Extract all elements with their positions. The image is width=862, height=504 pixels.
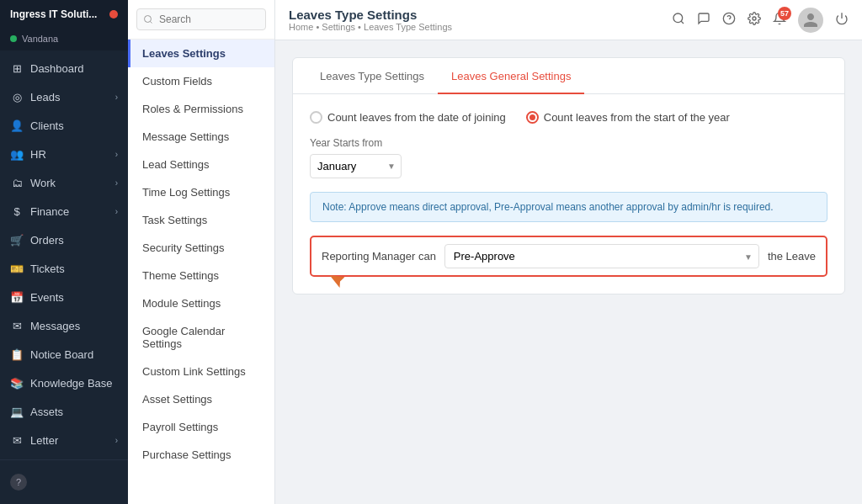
sidebar-item-notice-board[interactable]: 📋 Notice Board	[0, 340, 128, 369]
hr-chevron: ›	[115, 150, 118, 159]
tickets-icon: 🎫	[10, 262, 24, 275]
radio-label-start-year: Count leaves from the start of the year	[544, 111, 730, 124]
notification-count: 57	[778, 7, 791, 20]
cursor-arrow	[328, 269, 349, 294]
radio-btn-date-joining[interactable]	[310, 111, 322, 124]
radio-label-date-joining: Count leaves from the date of joining	[327, 111, 506, 124]
row-suffix: the Leave	[768, 250, 816, 263]
sidebar-nav: ⊞ Dashboard ◎ Leads › 👤 Clients 👥 HR ›	[0, 50, 128, 459]
sidebar-item-hr[interactable]: 👥 HR ›	[0, 140, 128, 168]
sidebar-item-leads[interactable]: ◎ Leads ›	[0, 82, 128, 111]
finance-chevron: ›	[115, 207, 118, 216]
settings-nav-purchase-settings[interactable]: Purchase Settings	[128, 441, 274, 469]
sidebar-help[interactable]: ?	[0, 467, 128, 497]
year-select-arrow: ▼	[382, 162, 401, 171]
help-icon: ?	[10, 474, 27, 491]
settings-nav-message-settings[interactable]: Message Settings	[128, 123, 274, 151]
pre-approve-select[interactable]: Approve Pre-Approve Deny	[444, 244, 759, 268]
sidebar-item-events[interactable]: 📅 Events	[0, 283, 128, 311]
settings-nav-security-settings[interactable]: Security Settings	[128, 234, 274, 262]
close-dot	[109, 10, 118, 19]
power-icon[interactable]	[835, 12, 849, 29]
row-label: Reporting Manager can	[322, 250, 436, 263]
year-select-container: January February March April ▼	[310, 154, 827, 178]
radio-btn-start-year[interactable]	[526, 111, 539, 124]
radio-option-start-year[interactable]: Count leaves from the start of the year	[526, 111, 730, 124]
work-chevron: ›	[115, 178, 118, 188]
sidebar-item-messages[interactable]: ✉ Messages	[0, 311, 128, 340]
content-area: Leaves Type Settings Leaves General Sett…	[275, 40, 862, 504]
leads-icon: ◎	[10, 90, 24, 103]
sidebar-item-work[interactable]: 🗂 Work ›	[0, 168, 128, 197]
sidebar-header: Ingress IT Soluti...	[0, 0, 128, 29]
sidebar-label-dashboard: Dashboard	[30, 62, 84, 75]
tab-leaves-general-settings[interactable]: Leaves General Settings	[438, 58, 584, 94]
notification-bell-icon[interactable]: 57	[773, 12, 786, 29]
sidebar-item-tickets[interactable]: 🎫 Tickets	[0, 254, 128, 283]
sidebar-item-letter[interactable]: ✉ Letter ›	[0, 426, 128, 454]
help-circle-icon[interactable]	[722, 12, 736, 29]
page-title: Leaves Type Settings	[289, 8, 452, 22]
settings-nav-google-calendar[interactable]: Google Calendar Settings	[128, 317, 274, 358]
settings-nav-leaves-settings[interactable]: Leaves Settings	[128, 40, 274, 67]
search-icon[interactable]	[672, 12, 685, 29]
settings-nav-items: Leaves Settings Custom Fields Roles & Pe…	[128, 40, 274, 504]
settings-gear-icon[interactable]	[748, 12, 761, 29]
chat-icon[interactable]	[697, 12, 710, 29]
sidebar-user: Vandana	[0, 29, 128, 50]
sidebar: Ingress IT Soluti... Vandana ⊞ Dashboard…	[0, 0, 128, 504]
radio-option-date-joining[interactable]: Count leaves from the date of joining	[310, 111, 506, 124]
settings-nav-theme-settings[interactable]: Theme Settings	[128, 262, 274, 289]
sidebar-item-finance[interactable]: $ Finance ›	[0, 197, 128, 225]
sidebar-label-clients: Clients	[30, 119, 64, 132]
sidebar-label-tickets: Tickets	[30, 263, 65, 275]
year-select-wrapper: January February March April ▼	[310, 154, 402, 178]
main-content: Leaves Type Settings Home • Settings • L…	[275, 0, 862, 504]
letter-icon: ✉	[10, 433, 24, 447]
breadcrumb: Home • Settings • Leaves Type Settings	[289, 22, 452, 32]
sidebar-label-notice-board: Notice Board	[30, 348, 93, 361]
app-name: Ingress IT Soluti...	[10, 8, 97, 20]
note-text: Note: Approve means direct approval, Pre…	[322, 201, 774, 213]
topbar: Leaves Type Settings Home • Settings • L…	[275, 0, 862, 40]
sidebar-label-finance: Finance	[30, 205, 69, 218]
settings-nav-task-settings[interactable]: Task Settings	[128, 206, 274, 234]
settings-nav-payroll-settings[interactable]: Payroll Settings	[128, 413, 274, 441]
sidebar-item-knowledge-base[interactable]: 📚 Knowledge Base	[0, 369, 128, 397]
sidebar-item-clients[interactable]: 👤 Clients	[0, 111, 128, 140]
leads-chevron: ›	[115, 93, 118, 102]
orders-icon: 🛒	[10, 233, 24, 247]
tab-leaves-type-settings[interactable]: Leaves Type Settings	[306, 58, 438, 94]
settings-nav-roles-permissions[interactable]: Roles & Permissions	[128, 95, 274, 123]
settings-nav-lead-settings[interactable]: Lead Settings	[128, 151, 274, 178]
settings-search-container	[128, 0, 274, 40]
avatar[interactable]	[798, 8, 823, 33]
messages-icon: ✉	[10, 319, 24, 332]
sidebar-label-letter: Letter	[30, 434, 58, 447]
settings-nav: Leaves Settings Custom Fields Roles & Pe…	[128, 0, 275, 504]
sidebar-item-assets[interactable]: 💻 Assets	[0, 397, 128, 426]
reporting-manager-row: Reporting Manager can Approve Pre-Approv…	[310, 236, 827, 277]
search-input[interactable]	[136, 8, 266, 30]
svg-point-0	[673, 13, 683, 23]
settings-nav-custom-fields[interactable]: Custom Fields	[128, 67, 274, 95]
year-select[interactable]: January February March April	[311, 155, 382, 178]
sidebar-item-orders[interactable]: 🛒 Orders	[0, 225, 128, 254]
tabs-container: Leaves Type Settings Leaves General Sett…	[293, 58, 844, 94]
sidebar-item-dashboard[interactable]: ⊞ Dashboard	[0, 54, 128, 82]
knowledge-base-icon: 📚	[10, 376, 24, 390]
svg-point-3	[753, 17, 756, 20]
topbar-left: Leaves Type Settings Home • Settings • L…	[289, 8, 452, 32]
settings-nav-module-settings[interactable]: Module Settings	[128, 289, 274, 317]
letter-chevron: ›	[115, 436, 118, 445]
topbar-right: 57	[672, 8, 849, 33]
settings-nav-time-log-settings[interactable]: Time Log Settings	[128, 178, 274, 206]
sidebar-label-events: Events	[30, 291, 64, 304]
user-name: Vandana	[22, 34, 58, 44]
settings-nav-asset-settings[interactable]: Asset Settings	[128, 385, 274, 413]
radio-group-count-leaves: Count leaves from the date of joining Co…	[310, 111, 827, 124]
year-starts-from-label: Year Starts from	[310, 137, 827, 149]
settings-nav-custom-link[interactable]: Custom Link Settings	[128, 358, 274, 385]
note-box: Note: Approve means direct approval, Pre…	[310, 192, 827, 222]
finance-icon: $	[10, 204, 24, 218]
